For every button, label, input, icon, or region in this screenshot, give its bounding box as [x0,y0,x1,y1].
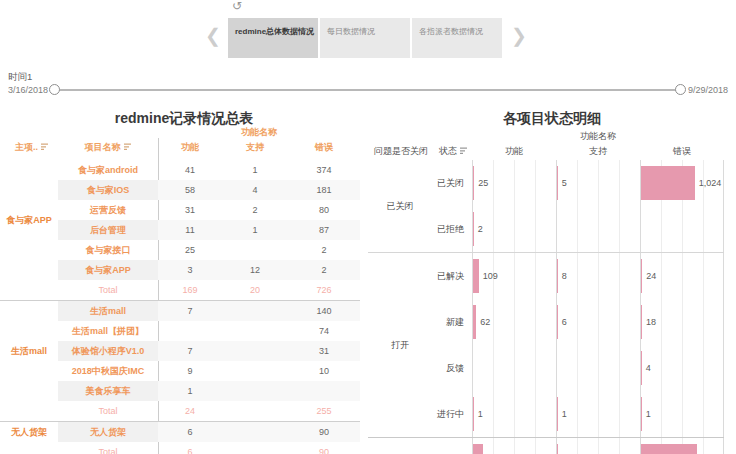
bar[interactable] [641,397,642,431]
value-cell: 12 [222,260,288,280]
bar-value-label: 8 [562,271,567,281]
header-measure-error[interactable]: 错误 [640,144,724,158]
value-cell: 25 [158,240,222,260]
project-name-cell[interactable]: 食与家IOS [58,180,158,200]
bar[interactable] [641,259,642,293]
status-label[interactable]: 已解决 [432,253,472,299]
bar[interactable] [641,305,642,339]
refresh-icon[interactable]: ↺ [232,0,242,12]
project-name-cell[interactable]: 食与家接口 [58,240,158,260]
value-cell [222,422,288,442]
bar-value-label: 18 [646,317,656,327]
sort-icon[interactable] [124,143,132,151]
total-value-cell: 726 [288,280,360,300]
header-measure-feature[interactable]: 功能 [472,144,556,158]
header-project-name[interactable]: 项目名称 [58,140,158,154]
status-label[interactable]: 已拒绝 [432,206,472,252]
bar[interactable] [473,305,476,339]
bar-value-label: 5 [562,178,567,188]
measure-panel: 109 [472,253,556,299]
value-cell: 11 [158,220,222,240]
measure-panel: 25 [472,160,556,206]
bar[interactable] [641,351,642,385]
project-group: 生活mall生活mall7140生活mall【拼团】74体验馆小程序V1.073… [0,300,360,421]
value-cell: 2 [288,240,360,260]
project-group-label[interactable]: 无人货架 [0,422,58,442]
column-group-header: 功能名称 [472,130,724,143]
grand-total-label [368,438,432,454]
header-status[interactable]: 状态 [428,144,468,158]
project-group: 无人货架无人货架690Total690 [0,421,360,454]
project-name-cell[interactable]: 2018中秋国庆IMC [58,361,158,381]
value-cell: 58 [158,180,222,200]
bar[interactable] [557,166,558,200]
project-name-cell[interactable]: 运营反馈 [58,200,158,220]
status-label[interactable]: 新建 [432,299,472,345]
table-total-row: Total16920726 [0,280,360,300]
value-cell [222,381,288,401]
sheet-tab-1[interactable]: redmine总体数据情况 [228,18,318,58]
measure-panel: 4 [640,345,724,391]
status-label[interactable]: 进行中 [432,391,472,437]
bar[interactable] [557,444,558,454]
summary-table-body: 食与家APP食与家android411374食与家IOS584181运营反馈31… [0,160,360,454]
measure-panel: 1 [640,391,724,437]
bar[interactable] [473,444,483,454]
bar[interactable] [641,166,695,200]
project-group-label[interactable]: 食与家APP [0,160,58,280]
header-measure-error[interactable]: 错误 [288,140,360,154]
project-name-cell[interactable]: 生活mall [58,301,158,321]
measure-panel [556,438,640,454]
status-chart-title: 各项目状态明细 [368,110,736,128]
measure-panel: 5 [556,160,640,206]
bar[interactable] [557,259,558,293]
header-measure-feature[interactable]: 功能 [158,140,222,154]
bar[interactable] [473,259,479,293]
closed-group-label: 已关闭 [368,160,432,252]
bar[interactable] [557,397,558,431]
project-group-label[interactable]: 生活mall [0,301,58,401]
date-slider-handle-start[interactable] [49,84,60,95]
status-label[interactable]: 已关闭 [432,160,472,206]
header-main-project[interactable]: 主项.. [4,140,56,154]
bar-value-label: 1 [646,409,651,419]
project-name-cell[interactable]: 食与家APP [58,260,158,280]
status-label[interactable]: 反馈 [432,345,472,391]
sort-icon[interactable] [41,143,49,151]
status-chart-body: 已关闭已关闭2551,024已拒绝2打开已解决109824新建62618反馈4进… [368,160,724,454]
project-name-cell[interactable]: 美食乐享车 [58,381,158,401]
header-measure-support[interactable]: 支持 [222,140,288,154]
value-cell: 74 [288,321,360,341]
next-sheet-button[interactable]: ❯ [511,26,527,45]
bar[interactable] [557,305,558,339]
value-cell [222,240,288,260]
status-label[interactable] [432,438,472,454]
value-cell [222,301,288,321]
sort-icon[interactable] [460,147,468,155]
total-value-cell: 20 [222,280,288,300]
bar[interactable] [641,444,697,454]
total-value-cell: 169 [158,280,222,300]
date-slider-track[interactable] [56,89,678,91]
group-spacer-cell [0,401,58,421]
project-name-cell[interactable]: 生活mall【拼团】 [58,321,158,341]
header-measure-support[interactable]: 支持 [556,144,640,158]
project-name-cell[interactable]: 食与家android [58,160,158,180]
measure-panel: 18 [640,299,724,345]
measure-panel: 1 [556,391,640,437]
bar[interactable] [473,212,474,246]
bar[interactable] [473,397,474,431]
column-group-header: 功能名称 [158,126,360,139]
project-name-cell[interactable]: 体验馆小程序V1.0 [58,341,158,361]
sheet-tab-3[interactable]: 各指派者数据情况 [412,18,502,58]
project-name-cell[interactable]: 无人货架 [58,422,158,442]
project-name-cell[interactable]: 后台管理 [58,220,158,240]
date-slider-handle-end[interactable] [675,84,686,95]
value-cell [222,321,288,341]
sheet-tab-2[interactable]: 每日数据情况 [320,18,410,58]
bar[interactable] [473,166,474,200]
prev-sheet-button[interactable]: ❮ [205,26,221,45]
total-label: Total [58,280,158,300]
value-cell: 6 [158,422,222,442]
header-issue-closed[interactable]: 问题是否关闭 [374,144,428,158]
